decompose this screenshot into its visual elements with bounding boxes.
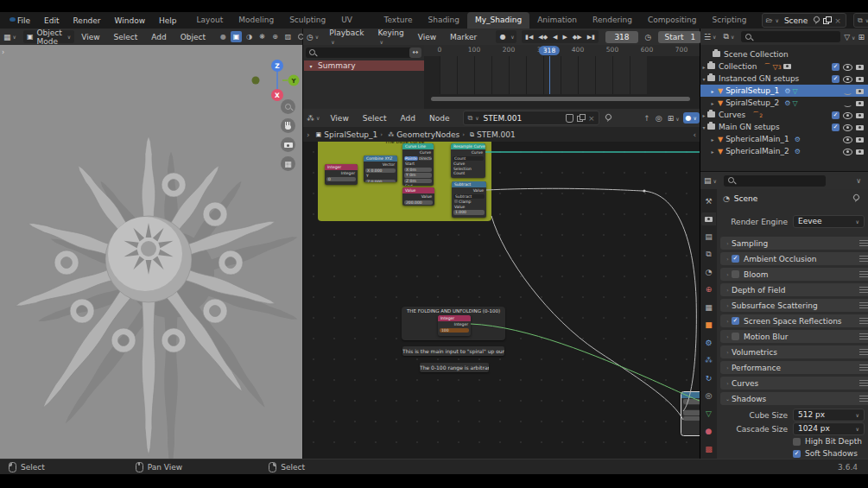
points-tab[interactable]: Points bbox=[404, 156, 418, 162]
collapse-icon[interactable]: ▾ bbox=[307, 63, 314, 69]
workspace-tab-texture-paint[interactable]: Texture Paint bbox=[377, 12, 421, 29]
menu-help[interactable]: Help bbox=[152, 16, 184, 25]
scene-name[interactable]: Scene bbox=[779, 16, 813, 25]
node-curve-line[interactable]: Curve Line Curve Points Direction Start … bbox=[402, 143, 434, 186]
mode-selector[interactable]: ▣ Object Mode ∨ bbox=[23, 30, 74, 43]
menu-render[interactable]: Render bbox=[67, 16, 108, 25]
node-resample-curve[interactable]: Resample Curve Curve Count Curve Selecti… bbox=[451, 143, 485, 178]
outliner-row-spiralsetup-2[interactable]: ▸ ▼ SpiralSetup_2 ⚙ ▽ bbox=[700, 97, 868, 109]
tab-world[interactable]: ⊕ bbox=[701, 283, 716, 296]
overlays-icon[interactable]: ⊞∨ bbox=[668, 114, 680, 123]
auto-key-button[interactable]: ● bbox=[497, 33, 508, 41]
disable-render-icon[interactable] bbox=[856, 99, 865, 106]
keyframe-area[interactable] bbox=[424, 56, 700, 104]
horizontal-scrollbar[interactable] bbox=[431, 97, 690, 101]
filter-funnel-icon[interactable]: ▽∨ bbox=[844, 33, 855, 41]
hide-eye-icon[interactable] bbox=[843, 63, 852, 70]
hide-eye-icon[interactable] bbox=[843, 99, 852, 106]
panel-motion-blur[interactable]: ›Motion Blur bbox=[720, 330, 868, 343]
viewport-solid-mode-icon[interactable]: ▣ bbox=[231, 31, 242, 42]
tab-scene[interactable]: ◔ bbox=[701, 265, 716, 278]
workspace-tab-layout[interactable]: Layout bbox=[189, 12, 231, 29]
workspace-tab-uv-editing[interactable]: UV Editing bbox=[333, 12, 376, 29]
exclude-checkbox[interactable]: ✓ bbox=[832, 75, 839, 83]
node-fold-integer[interactable]: Integer Integer 100 bbox=[438, 315, 471, 336]
next-keyframe-button[interactable]: ◆▶ bbox=[570, 34, 584, 41]
toggle-perspective-button[interactable]: ▦ bbox=[281, 156, 295, 171]
hide-eye-icon[interactable] bbox=[843, 124, 852, 130]
tab-texture[interactable]: ▩ bbox=[701, 442, 716, 455]
hide-eye-icon[interactable] bbox=[843, 148, 852, 155]
node-combine-xyz[interactable]: Combine XYZ Vector X 0.000 Y Z 0.000 bbox=[364, 155, 397, 182]
snap-icon[interactable]: ⊕ bbox=[269, 31, 281, 42]
menu-window[interactable]: Window bbox=[108, 16, 153, 25]
expand-icon[interactable]: ▸ bbox=[700, 112, 707, 118]
viewport-3d[interactable]: › bbox=[0, 45, 303, 459]
panel-bloom[interactable]: ›Bloom bbox=[720, 268, 868, 281]
stopwatch-icon[interactable]: ◷ bbox=[645, 33, 652, 41]
breadcrumb-nodegroup[interactable]: STEM.001 bbox=[477, 130, 516, 139]
breadcrumb-scene[interactable]: Scene bbox=[734, 194, 757, 203]
zoom-button[interactable] bbox=[281, 99, 295, 114]
filter-width-icon[interactable]: ↔ bbox=[409, 48, 421, 58]
disable-render-icon[interactable] bbox=[856, 111, 865, 118]
node-value-field[interactable]: 0 bbox=[326, 177, 356, 182]
note-main-input[interactable]: This is the main input to "spiral" up ou… bbox=[402, 346, 504, 356]
hide-eye-icon[interactable] bbox=[843, 111, 852, 118]
viewport-menu-add[interactable]: Add bbox=[144, 33, 173, 41]
viewport-menu-select[interactable]: Select bbox=[107, 33, 145, 41]
disable-render-icon[interactable] bbox=[856, 148, 865, 155]
collapse-icon[interactable]: ▾ bbox=[700, 76, 707, 82]
node-menu-node[interactable]: Node bbox=[422, 114, 457, 123]
drag-grip-icon[interactable] bbox=[859, 318, 868, 324]
render-engine-dropdown[interactable]: Eevee∨ bbox=[793, 215, 865, 228]
tab-object[interactable]: ■ bbox=[701, 319, 716, 332]
panel-ambient-occlusion[interactable]: ›✓Ambient Occlusion bbox=[720, 252, 868, 265]
cube-size-dropdown[interactable]: 512 px∨ bbox=[793, 409, 865, 421]
view-layer-selector[interactable]: ⧉∨ View Layer × bbox=[853, 13, 868, 28]
viewport-menu-object[interactable]: Object bbox=[174, 33, 212, 41]
node-menu-view[interactable]: View bbox=[323, 114, 355, 123]
editor-type-dopesheet-icon[interactable]: ◷∨ bbox=[307, 33, 319, 41]
outliner-row-spiralsetup-1[interactable]: ▸ ▼ SpiralSetup_1 ⚙ ▽ bbox=[700, 85, 868, 97]
disable-render-icon[interactable] bbox=[856, 136, 865, 143]
workspace-tab-my-shading[interactable]: My_Shading bbox=[467, 12, 529, 29]
current-frame-field[interactable]: 318 bbox=[605, 31, 637, 43]
exclude-checkbox[interactable]: ✓ bbox=[832, 63, 839, 71]
close-icon[interactable]: × bbox=[834, 16, 841, 25]
disable-render-icon[interactable] bbox=[856, 124, 865, 130]
viewport-shading-sphere-icon[interactable]: ● bbox=[218, 31, 229, 42]
tab-constraints[interactable]: ◎ bbox=[701, 390, 716, 402]
timeline-menu-marker[interactable]: Marker bbox=[443, 33, 484, 41]
drag-grip-icon[interactable] bbox=[859, 380, 868, 386]
tab-object-data[interactable]: ▽ bbox=[701, 407, 716, 420]
summary-channel[interactable]: ▾ Summary bbox=[304, 60, 427, 71]
outliner-row-sphericalmain-1[interactable]: ▸ ▼ SphericalMain_1 ⚙ bbox=[700, 133, 868, 145]
node-canvas[interactable]: The base curve Integer Integer 0 Combine… bbox=[303, 142, 700, 459]
exclude-checkbox[interactable]: ✓ bbox=[832, 111, 839, 119]
high-bit-depth-checkbox[interactable] bbox=[793, 438, 801, 446]
tab-collection[interactable]: ▦ bbox=[701, 301, 716, 314]
expand-icon[interactable]: ▸ bbox=[709, 149, 716, 155]
menu-edit[interactable]: Edit bbox=[37, 16, 66, 25]
expand-icon[interactable]: ▸ bbox=[709, 88, 716, 94]
exclude-checkbox[interactable]: ✓ bbox=[832, 124, 839, 131]
outliner[interactable]: Scene Collection ▸ Collection ⌒ ▽3 ✓ ▾ I… bbox=[700, 45, 868, 172]
tab-render[interactable] bbox=[701, 212, 716, 225]
node-value[interactable]: Value Value 200.000 bbox=[402, 187, 434, 206]
tab-view-layer[interactable]: ⧉ bbox=[701, 248, 716, 261]
annotate-icon[interactable]: ▨ bbox=[282, 31, 294, 42]
hide-eye-icon[interactable] bbox=[843, 136, 852, 143]
outliner-row-instanced-gn-setups[interactable]: ▾ Instanced GN setups ✓ bbox=[700, 73, 868, 85]
pin-icon[interactable] bbox=[813, 16, 820, 25]
hide-eye-icon[interactable] bbox=[843, 87, 852, 94]
play-reverse-button[interactable]: ◀ bbox=[551, 34, 560, 41]
checkbox-on[interactable]: ✓ bbox=[732, 317, 739, 325]
soft-shadows-checkbox[interactable]: ✓ bbox=[793, 450, 801, 458]
outliner-filter-icon[interactable]: ☱∨ bbox=[704, 33, 716, 41]
jump-to-start-button[interactable]: ▮◀ bbox=[523, 34, 535, 41]
preview-shading-icon[interactable]: ●∨ bbox=[683, 112, 700, 124]
editor-type-3d-viewport-icon[interactable]: ▦∨ bbox=[3, 33, 16, 41]
workspace-tab-rendering[interactable]: Rendering bbox=[585, 12, 640, 29]
cascade-size-dropdown[interactable]: 1024 px∨ bbox=[793, 422, 865, 435]
